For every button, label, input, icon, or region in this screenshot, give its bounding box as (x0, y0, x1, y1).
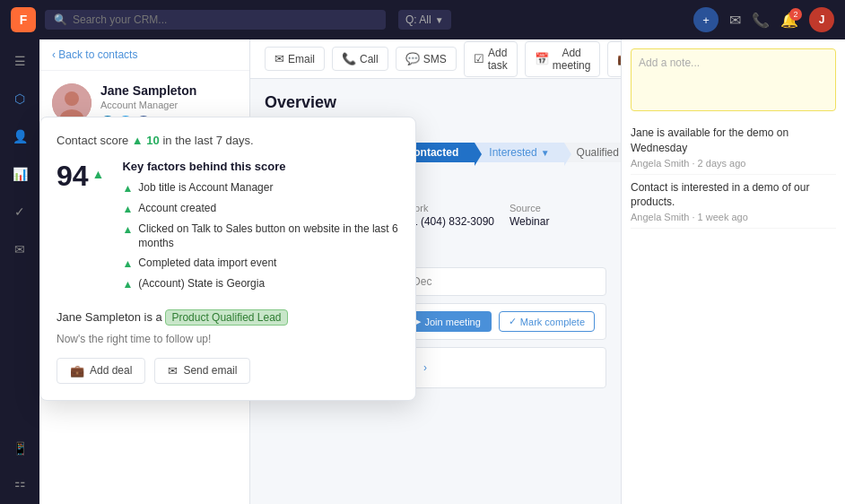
pql-is-a: is a (144, 310, 166, 324)
pql-badge: Product Qualified Lead (165, 309, 287, 326)
sidebar-icon-tasks[interactable]: ✓ (7, 199, 32, 224)
activity-item-0: Jane is available for the demo on Wednes… (631, 120, 836, 175)
activity-text-0: Jane is available for the demo on Wednes… (631, 126, 836, 156)
detail-source: Source Webinar (510, 203, 606, 228)
score-popup: Contact score ▲ 10 in the last 7 days. 9… (39, 117, 416, 401)
detail-work: Work +1 (404) 832-3090 (405, 203, 502, 228)
sidebar-icon-contacts[interactable]: 👤 (7, 124, 32, 149)
join-meeting-button[interactable]: ▶ Join meeting (403, 311, 491, 332)
factor-up-icon-0: ▲ (122, 181, 133, 196)
popup-score-num-group: 94 ▲ (57, 160, 104, 297)
mark-complete-button[interactable]: ✓ Mark complete (499, 311, 595, 332)
factor-0: ▲ Job title is Account Manager (122, 180, 399, 196)
sidebar-icon-home[interactable]: ⬡ (7, 86, 32, 111)
sms-button-icon: 💬 (405, 52, 420, 65)
pql-person-name: Jane Sampleton (57, 310, 141, 324)
factor-up-icon-1: ▲ (122, 202, 133, 217)
stage-interested-arrow (564, 143, 571, 166)
stage-qualified[interactable]: Qualified (564, 143, 621, 162)
contact-name: Jane Sampleton (100, 83, 196, 98)
sidebar-icon-phone[interactable]: 📱 (7, 436, 32, 461)
factor-up-icon-4: ▲ (122, 277, 133, 292)
sidebar-bottom: 📱 ⚏ (7, 436, 32, 495)
popup-count: ▲ 10 (132, 134, 160, 147)
factor-4: ▲ (Account) State is Georgia (122, 276, 399, 292)
task-icon: ☑ (474, 52, 484, 65)
email-icon[interactable]: ✉ (729, 12, 741, 29)
pql-row: Jane Sampleton is a Product Qualified Le… (57, 309, 399, 326)
factor-text-1: Account created (138, 201, 216, 216)
factor-text-3: Completed data import event (138, 256, 276, 271)
call-button[interactable]: 📞 Call (332, 47, 388, 71)
search-input[interactable] (73, 13, 377, 26)
key-factors: Key factors behind this score ▲ Job titl… (122, 160, 399, 297)
add-user-button[interactable]: + (693, 7, 719, 32)
popup-period: in the last 7 days. (162, 134, 253, 147)
sidebar-icon-email[interactable]: ✉ (7, 237, 32, 262)
popup-send-email-button[interactable]: ✉ Send email (154, 358, 250, 384)
check-icon: ✓ (509, 316, 517, 327)
popup-score-number: 94 ▲ (57, 160, 104, 193)
popup-email-icon: ✉ (168, 364, 178, 378)
popup-add-deal-button[interactable]: 💼 Add deal (57, 358, 145, 384)
popup-header: Contact score ▲ 10 in the last 7 days. (57, 134, 399, 147)
note-area[interactable]: Add a note... (631, 48, 836, 111)
sms-button[interactable]: 💬 SMS (396, 47, 457, 71)
key-factors-title: Key factors behind this score (122, 160, 399, 173)
email-button[interactable]: ✉ Email (265, 47, 325, 71)
stage-contacted-arrow (475, 143, 482, 166)
factor-3: ▲ Completed data import event (122, 256, 399, 272)
add-meeting-button[interactable]: 📅 Add meeting (525, 41, 601, 77)
note-placeholder: Add a note... (639, 56, 700, 69)
popup-header-text: Contact score (57, 134, 132, 147)
phone-icon[interactable]: 📞 (752, 12, 770, 29)
contact-job-title: Account Manager (100, 100, 196, 110)
sidebar-icon-analytics[interactable]: 📊 (7, 161, 32, 187)
factor-2: ▲ Clicked on Talk to Sales button on web… (122, 222, 399, 252)
factor-text-2: Clicked on Talk to Sales button on websi… (138, 222, 399, 252)
top-nav: F 🔍 Q: All ▼ + ✉ 📞 🔔 2 J (0, 0, 845, 39)
app-logo: F (11, 7, 36, 32)
meeting-icon: 📅 (535, 52, 549, 65)
factor-up-icon-3: ▲ (122, 256, 133, 272)
activity-item-1: Contact is interested in a demo of our p… (631, 175, 836, 230)
overview-title: Overview (265, 93, 606, 112)
popup-actions: 💼 Add deal ✉ Send email (57, 358, 399, 384)
activity-text-1: Contact is interested in a demo of our p… (631, 180, 836, 211)
activity-meta-0: Angela Smith · 2 days ago (631, 158, 836, 169)
popup-deal-icon: 💼 (70, 364, 84, 378)
interested-chevron: ▼ (541, 148, 550, 158)
factor-text-0: Job title is Account Manager (138, 180, 273, 196)
followup-text: Now's the right time to follow up! (57, 333, 399, 345)
call-button-icon: 📞 (342, 52, 356, 65)
toolbar: ✉ Email 📞 Call 💬 SMS ☑ Add task 📅 Add me… (250, 39, 621, 79)
search-bar[interactable]: 🔍 (45, 10, 386, 30)
filter-chevron: ▼ (435, 15, 444, 25)
notification-wrapper: 🔔 2 (780, 12, 798, 29)
factor-text-4: (Account) State is Georgia (138, 276, 265, 291)
factor-1: ▲ Account created (122, 201, 399, 217)
popup-score-row: 94 ▲ Key factors behind this score ▲ Job… (57, 160, 399, 297)
right-panel: Add a note... Jane is available for the … (621, 39, 845, 504)
back-to-contacts[interactable]: Back to contacts (39, 39, 249, 71)
search-icon: 🔍 (54, 13, 67, 26)
add-task-button[interactable]: ☑ Add task (464, 41, 518, 77)
activity-meta-1: Angela Smith · 1 week ago (631, 212, 836, 222)
left-sidebar: ☰ ⬡ 👤 📊 ✓ ✉ 📱 ⚏ (0, 39, 39, 504)
stage-interested[interactable]: Interested ▼ (475, 143, 563, 162)
user-avatar[interactable]: J (809, 7, 834, 32)
svg-point-1 (65, 91, 79, 106)
meeting-actions: ▶ Join meeting ✓ Mark complete (403, 311, 595, 332)
email-button-icon: ✉ (274, 52, 284, 65)
sidebar-icon-menu[interactable]: ☰ (7, 48, 32, 74)
sidebar-icon-apps[interactable]: ⚏ (7, 470, 32, 495)
add-deal-button[interactable]: 💼 Add deal (607, 41, 621, 77)
factor-up-icon-2: ▲ (122, 222, 133, 238)
filter-dropdown[interactable]: Q: All ▼ (398, 10, 451, 30)
activity-arrow: › (423, 361, 427, 374)
notification-badge: 2 (789, 8, 802, 21)
popup-score-trend: ▲ (92, 167, 105, 181)
filter-label: Q: All (405, 13, 431, 26)
nav-right: + ✉ 📞 🔔 2 J (693, 7, 834, 32)
